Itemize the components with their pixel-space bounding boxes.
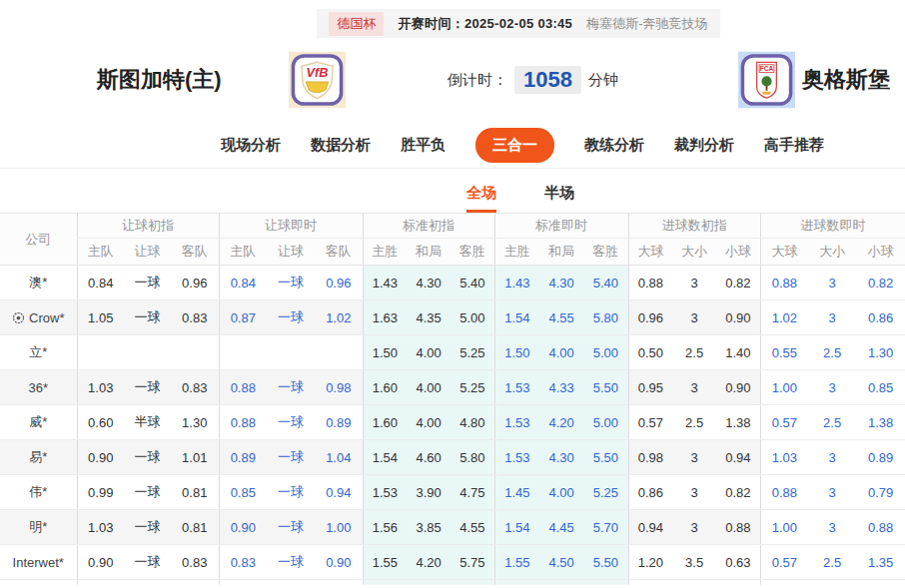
odds-cell: 1.54	[494, 510, 539, 545]
sub-column-header: 主队	[219, 239, 267, 266]
odds-cell: 1.04	[315, 440, 363, 475]
group-header: 进球数初指	[628, 214, 760, 239]
odds-cell	[267, 580, 315, 585]
odds-cell: 1.60	[363, 405, 407, 440]
company-name[interactable]: 澳*	[29, 275, 47, 290]
odds-cell: 半球	[124, 405, 171, 440]
odds-cell: 一球	[124, 300, 171, 335]
odds-cell: 4.60	[407, 440, 451, 475]
odds-row: Crow*1.05一球0.830.87一球1.021.634.355.001.5…	[0, 300, 905, 335]
odds-cell: 0.86	[628, 475, 672, 510]
odds-row-partial	[0, 580, 905, 585]
odds-cell: 1.20	[628, 545, 672, 580]
odds-cell: 1.43	[363, 266, 407, 300]
nav-tab-7[interactable]: 高手推荐	[764, 136, 824, 155]
odds-cell: 2.5	[672, 405, 716, 440]
odds-cell: 0.83	[171, 370, 219, 405]
odds-cell: 一球	[267, 545, 315, 580]
countdown-unit: 分钟	[588, 71, 618, 90]
odds-cell: 1.53	[494, 370, 539, 405]
odds-cell: 0.88	[219, 370, 267, 405]
odds-cell	[407, 580, 451, 585]
sub-tab-1[interactable]: 全场	[466, 184, 496, 213]
sub-column-header: 大小	[808, 239, 856, 266]
odds-cell: 0.95	[628, 370, 672, 405]
odds-cell: 0.99	[77, 475, 124, 510]
odds-cell: 一球	[124, 475, 171, 510]
odds-cell: 0.57	[760, 405, 808, 440]
odds-cell: 2.5	[808, 335, 856, 370]
nav-tab-2[interactable]: 数据分析	[311, 136, 371, 155]
odds-cell: 0.96	[171, 266, 219, 300]
odds-cell: 0.90	[716, 300, 760, 335]
nav-tab-3[interactable]: 胜平负	[401, 136, 446, 155]
odds-cell: 0.63	[716, 545, 760, 580]
sub-column-header: 客队	[315, 239, 363, 266]
company-name[interactable]: 明*	[29, 519, 47, 534]
odds-cell: 3	[808, 475, 856, 510]
odds-cell: 5.00	[583, 335, 628, 370]
odds-cell: 3	[672, 440, 716, 475]
company-name[interactable]: 易*	[29, 449, 47, 464]
odds-cell: 0.90	[315, 545, 363, 580]
nav-tab-5[interactable]: 教练分析	[584, 136, 644, 155]
venue: 梅塞德斯-奔驰竞技场	[586, 15, 707, 33]
group-header: 标准即时	[494, 214, 628, 239]
odds-cell: 1.38	[856, 405, 905, 440]
odds-cell	[539, 580, 583, 585]
company-name[interactable]: 立*	[29, 344, 47, 359]
odds-cell: 1.30	[171, 405, 219, 440]
odds-cell	[451, 580, 494, 585]
odds-cell: 0.57	[628, 405, 672, 440]
odds-cell: 3.85	[407, 510, 451, 545]
odds-cell: 1.54	[494, 300, 539, 335]
odds-cell: 0.89	[219, 440, 267, 475]
company-name[interactable]: 伟*	[29, 484, 47, 499]
odds-cell	[219, 335, 267, 370]
nav-tab-4[interactable]: 三合一	[475, 128, 554, 163]
odds-cell: 3	[808, 510, 856, 545]
odds-cell: 一球	[267, 266, 315, 300]
odds-cell: 4.20	[539, 405, 583, 440]
odds-cell: 1.02	[760, 300, 808, 335]
odds-cell: 3.5	[672, 545, 716, 580]
company-cell: 易*	[0, 440, 77, 475]
odds-row: 威*0.60半球1.300.88一球0.891.604.004.801.534.…	[0, 405, 905, 440]
odds-cell: 4.00	[407, 370, 451, 405]
sub-tab-2[interactable]: 半场	[544, 184, 574, 213]
odds-cell: 0.90	[77, 440, 124, 475]
odds-cell: 1.53	[494, 405, 539, 440]
odds-cell: 5.00	[451, 300, 494, 335]
odds-cell	[315, 580, 363, 585]
odds-cell	[267, 335, 315, 370]
nav-tab-1[interactable]: 现场分析	[221, 136, 281, 155]
odds-table-body: 澳*0.84一球0.960.84一球0.961.434.305.401.434.…	[0, 266, 905, 585]
sub-column-header: 大小	[672, 239, 716, 266]
odds-cell: 2.5	[672, 335, 716, 370]
odds-cell: 一球	[124, 440, 171, 475]
kickoff-value: 2025-02-05 03:45	[464, 16, 572, 31]
sub-column-header: 大球	[628, 239, 672, 266]
odds-cell	[628, 580, 672, 585]
odds-row: 立*1.504.005.251.504.005.000.502.51.400.5…	[0, 335, 905, 370]
countdown: 倒计时： 1058 分钟	[448, 66, 618, 94]
company-name[interactable]: Crow*	[29, 310, 64, 325]
odds-cell: 4.00	[407, 405, 451, 440]
odds-cell: 0.82	[716, 266, 760, 300]
odds-cell: 0.82	[716, 475, 760, 510]
odds-cell: 0.90	[716, 370, 760, 405]
odds-cell: 0.86	[856, 300, 905, 335]
odds-cell: 1.53	[494, 440, 539, 475]
sub-column-header: 和局	[407, 239, 451, 266]
odds-row: 澳*0.84一球0.960.84一球0.961.434.305.401.434.…	[0, 266, 905, 300]
odds-cell: 5.80	[451, 440, 494, 475]
odds-cell: 5.50	[583, 370, 628, 405]
odds-cell: 3	[672, 370, 716, 405]
nav-tab-6[interactable]: 裁判分析	[674, 136, 734, 155]
odds-cell	[124, 580, 171, 585]
company-name[interactable]: Interwet*	[13, 555, 64, 570]
company-name[interactable]: 威*	[29, 414, 47, 429]
odds-cell: 5.25	[451, 370, 494, 405]
company-name[interactable]: 36*	[28, 380, 48, 395]
odds-cell: 3	[672, 475, 716, 510]
